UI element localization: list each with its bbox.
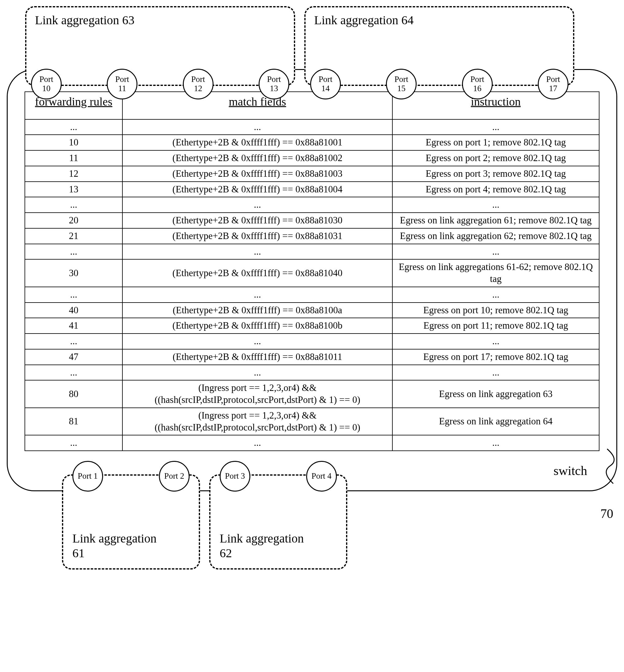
cell-instr: Egress on link aggregation 61; remove 80… <box>392 213 599 228</box>
table-row: 21(Ethertype+2B & 0xffff1fff) == 0x88a81… <box>25 228 599 244</box>
link-aggregation-64-box: Link aggregation 64 Port14 Port15 Port16… <box>304 6 574 86</box>
table-row: ......... <box>25 244 599 260</box>
table-row: 11(Ethertype+2B & 0xffff1fff) == 0x88a81… <box>25 150 599 166</box>
cell-instr: Egress on port 17; remove 802.1Q tag <box>392 349 599 365</box>
table-row: ......... <box>25 197 599 213</box>
cell-match: ... <box>123 119 392 135</box>
cell-instr: ... <box>392 334 599 349</box>
cell-match: (Ingress port == 1,2,3,or4) && ((hash(sr… <box>123 408 392 435</box>
agg-title: Link aggregation 63 <box>35 13 285 27</box>
cell-rule: 11 <box>25 150 123 166</box>
cell-rule: 80 <box>25 380 123 408</box>
cell-rule: ... <box>25 365 123 381</box>
cell-match: (Ethertype+2B & 0xffff1fff) == 0x88a8100… <box>123 303 392 318</box>
table-row: ......... <box>25 435 599 451</box>
ports-row: Port 1 Port 2 <box>63 461 199 492</box>
table-row: 47(Ethertype+2B & 0xffff1fff) == 0x88a81… <box>25 349 599 365</box>
cell-rule: ... <box>25 197 123 213</box>
table-row: ......... <box>25 334 599 349</box>
table-row: 81(Ingress port == 1,2,3,or4) && ((hash(… <box>25 408 599 435</box>
cell-rule: 20 <box>25 213 123 228</box>
cell-match: ... <box>123 365 392 381</box>
table-row: 20(Ethertype+2B & 0xffff1fff) == 0x88a81… <box>25 213 599 228</box>
cell-match: (Ingress port == 1,2,3,or4) && ((hash(sr… <box>123 380 392 408</box>
cell-instr: Egress on port 3; remove 802.1Q tag <box>392 166 599 182</box>
forwarding-rules-table: forwarding rules match fields instructio… <box>25 92 599 451</box>
cell-match: ... <box>123 287 392 303</box>
cell-instr: Egress on port 4; remove 802.1Q tag <box>392 182 599 197</box>
port-10: Port10 <box>31 69 62 99</box>
cell-instr: Egress on link aggregation 64 <box>392 408 599 435</box>
cell-rule: 41 <box>25 318 123 334</box>
table-row: 10(Ethertype+2B & 0xffff1fff) == 0x88a81… <box>25 135 599 150</box>
cell-instr: ... <box>392 244 599 260</box>
port-1: Port 1 <box>72 461 103 492</box>
cell-instr: ... <box>392 287 599 303</box>
cell-match: (Ethertype+2B & 0xffff1fff) == 0x88a8100… <box>123 182 392 197</box>
cell-match: ... <box>123 435 392 451</box>
cell-rule: 13 <box>25 182 123 197</box>
cell-match: (Ethertype+2B & 0xffff1fff) == 0x88a8103… <box>123 213 392 228</box>
cell-instr: ... <box>392 197 599 213</box>
cell-instr: Egress on link aggregation 62; remove 80… <box>392 228 599 244</box>
cell-rule: 47 <box>25 349 123 365</box>
cell-match: (Ethertype+2B & 0xffff1fff) == 0x88a8101… <box>123 349 392 365</box>
bottom-link-aggregation-group: Port 1 Port 2 Link aggregation61 Port 3 … <box>62 474 617 570</box>
cell-match: (Ethertype+2B & 0xffff1fff) == 0x88a8100… <box>123 318 392 334</box>
port-12: Port12 <box>183 69 213 99</box>
table-row: 30(Ethertype+2B & 0xffff1fff) == 0x88a81… <box>25 259 599 287</box>
port-2: Port 2 <box>159 461 189 492</box>
port-15: Port15 <box>386 69 417 99</box>
ports-row: Port10 Port11 Port12 Port13 <box>26 69 294 99</box>
port-4: Port 4 <box>306 461 337 492</box>
cell-instr: Egress on port 1; remove 802.1Q tag <box>392 135 599 150</box>
cell-rule: ... <box>25 244 123 260</box>
switch-box: forwarding rules match fields instructio… <box>7 69 617 491</box>
port-14: Port14 <box>310 69 341 99</box>
cell-match: (Ethertype+2B & 0xffff1fff) == 0x88a8100… <box>123 166 392 182</box>
cell-rule: 40 <box>25 303 123 318</box>
cell-instr: ... <box>392 435 599 451</box>
cell-rule: ... <box>25 287 123 303</box>
table-row: 80(Ingress port == 1,2,3,or4) && ((hash(… <box>25 380 599 408</box>
cell-match: ... <box>123 334 392 349</box>
agg-title: Link aggregation61 <box>72 531 156 561</box>
cell-instr: Egress on port 11; remove 802.1Q tag <box>392 318 599 334</box>
link-aggregation-63-box: Link aggregation 63 Port10 Port11 Port12… <box>25 6 295 86</box>
table-row: ......... <box>25 119 599 135</box>
agg-title: Link aggregation 64 <box>314 13 565 27</box>
cell-rule: ... <box>25 435 123 451</box>
port-11: Port11 <box>107 69 137 99</box>
cell-instr: ... <box>392 365 599 381</box>
port-13: Port13 <box>259 69 289 99</box>
cell-match: (Ethertype+2B & 0xffff1fff) == 0x88a8104… <box>123 259 392 287</box>
cell-rule: 10 <box>25 135 123 150</box>
table-row: ......... <box>25 287 599 303</box>
cell-instr: Egress on port 10; remove 802.1Q tag <box>392 303 599 318</box>
cell-rule: 30 <box>25 259 123 287</box>
cell-match: (Ethertype+2B & 0xffff1fff) == 0x88a8103… <box>123 228 392 244</box>
port-16: Port16 <box>462 69 493 99</box>
table-row: 13(Ethertype+2B & 0xffff1fff) == 0x88a81… <box>25 182 599 197</box>
cell-match: ... <box>123 197 392 213</box>
link-aggregation-61-box: Port 1 Port 2 Link aggregation61 <box>62 474 200 570</box>
cell-rule: 12 <box>25 166 123 182</box>
agg-title: Link aggregation62 <box>220 531 304 561</box>
table-row: 12(Ethertype+2B & 0xffff1fff) == 0x88a81… <box>25 166 599 182</box>
table-row: 40(Ethertype+2B & 0xffff1fff) == 0x88a81… <box>25 303 599 318</box>
ports-row: Port 3 Port 4 <box>210 461 346 492</box>
cell-rule: ... <box>25 119 123 135</box>
cell-instr: Egress on port 2; remove 802.1Q tag <box>392 150 599 166</box>
cell-match: (Ethertype+2B & 0xffff1fff) == 0x88a8100… <box>123 150 392 166</box>
top-link-aggregation-group: Link aggregation 63 Port10 Port11 Port12… <box>25 6 617 86</box>
cell-rule: ... <box>25 334 123 349</box>
port-3: Port 3 <box>220 461 250 492</box>
cell-match: ... <box>123 244 392 260</box>
ports-row: Port14 Port15 Port16 Port17 <box>306 69 573 99</box>
port-17: Port17 <box>538 69 569 99</box>
cell-instr: Egress on link aggregations 61-62; remov… <box>392 259 599 287</box>
cell-rule: 81 <box>25 408 123 435</box>
link-aggregation-62-box: Port 3 Port 4 Link aggregation62 <box>209 474 347 570</box>
table-row: 41(Ethertype+2B & 0xffff1fff) == 0x88a81… <box>25 318 599 334</box>
cell-rule: 21 <box>25 228 123 244</box>
